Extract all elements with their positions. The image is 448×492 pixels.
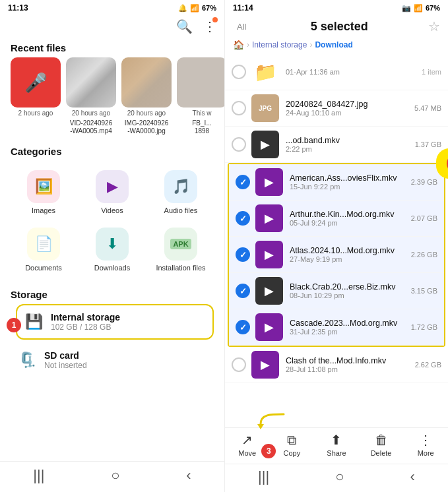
breadcrumb-sep-1: › [247,40,249,49]
recent-files-title: Recent files [0,37,224,57]
more-label: More [418,449,434,457]
notification-dot [212,17,218,22]
file-row-partial[interactable]: ▶ ...od.band.mkv 2:22 pm 1.37 GB [225,127,448,163]
check-clash[interactable] [232,357,246,372]
partial-thumb: ▶ [251,131,279,158]
downloads-label: Downloads [94,264,130,272]
right-nav-recents[interactable]: ||| [258,468,269,485]
share-button[interactable]: ⬆ Share [321,432,352,457]
breadcrumb-internal-storage[interactable]: Internal storage [252,40,307,49]
all-tab[interactable]: All [233,20,250,33]
atlas-filename: Atlas.2024.10...Mod.org.mkv [290,246,407,255]
check-folder[interactable] [232,65,246,79]
recent-file-image[interactable]: 20 hours ago IMG-20240926-WA0000.jpg [121,57,172,135]
delete-button[interactable]: 🗑 Delete [366,433,397,457]
videos-icon-box: ▶ [96,170,129,203]
audio-icon-box: 🎵 [164,170,197,203]
left-panel: 11:13 🔔 📶 67% 🔍 ⋮ Recent files 🎤 2 hours… [0,0,224,492]
recent-file-fb[interactable]: This w FB_I...1898 [177,57,224,135]
battery-icon: 67% [202,4,216,12]
category-installation[interactable]: APK Installation files [148,221,214,276]
bottom-actions-bar: ↗ Move ⧉ Copy 3 ⬆ Share 🗑 Delete [225,427,448,464]
cascade-size: 1.72 GB [411,323,437,331]
atlas-size: 2.26 GB [411,251,437,259]
file-row-atlas[interactable]: ▶ Atlas.2024.10...Mod.org.mkv 27-May 9:1… [229,237,444,273]
arthur-info: Arthur.the.Kin...Mod.org.mkv 05-Jul 9:24… [290,210,407,227]
recent-file-video[interactable]: 20 hours ago VID-20240926-WA0005.mp4 [66,57,116,135]
more-options-icon[interactable]: ⋮ [203,18,216,34]
mic-icon: 🎤 [24,72,48,94]
partial-play-overlay: ▶ [251,131,279,158]
breadcrumb-download[interactable]: Download [315,40,352,49]
videos-icon: ▶ [107,178,118,195]
docs-label: Documents [25,264,62,272]
category-documents[interactable]: 📄 Documents [11,221,77,276]
thumb-placeholder-2 [121,57,172,108]
american-thumb: ▶ [255,168,283,196]
check-blackcrab[interactable] [236,284,250,298]
search-icon[interactable]: 🔍 [176,18,193,34]
storage-section: Storage 1 💾 Internal storage 102 GB / 12… [0,281,224,378]
delete-label: Delete [371,449,392,457]
atlas-thumb: ▶ [255,241,283,268]
image-thumb [121,57,172,108]
check-arthur[interactable] [236,211,250,226]
blackcrab-info: Black.Crab.20...erse.Biz.mkv 08-Jun 10:2… [290,282,407,299]
internal-storage-item[interactable]: 💾 Internal storage 102 GB / 128 GB [16,304,214,340]
jpg-info: 20240824_084427.jpg 24-Aug 10:10 am [286,100,410,117]
more-button[interactable]: ⋮ More [410,432,441,457]
right-nav-back[interactable]: ‹ [410,468,415,485]
category-audio[interactable]: 🎵 Audio files [148,164,214,218]
jpg-date: 24-Aug 10:10 am [286,109,410,117]
category-downloads[interactable]: ⬇ Downloads [79,221,145,276]
recent-file-name-1: VID-20240926-WA0005.mp4 [70,119,113,135]
nav-home-icon[interactable]: ○ [111,467,119,484]
check-atlas[interactable] [236,247,250,262]
file-row-blackcrab[interactable]: ▶ Black.Crab.20...erse.Biz.mkv 08-Jun 10… [229,273,444,309]
star-icon[interactable]: ☆ [428,18,440,34]
move-button[interactable]: ↗ Move [232,432,263,457]
check-partial[interactable] [232,137,246,152]
nav-back-icon[interactable]: ‹ [186,467,191,484]
docs-icon: 📄 [35,235,53,253]
file-row-cascade[interactable]: ▶ Cascade.2023...Mod.org.mkv 31-Jul 2:35… [229,309,444,346]
check-american[interactable] [236,175,250,189]
file-row-american[interactable]: ▶ American.Ass...oviesFlix.mkv 15-Jun 9:… [229,164,444,200]
docs-icon-box: 📄 [27,228,60,261]
right-status-bar: 11:14 📷 📶 67% [225,0,448,16]
category-videos[interactable]: ▶ Videos [79,164,145,218]
clash-filename: Clash of the...Mod.Info.mkv [286,356,411,365]
copy-button[interactable]: ⧉ Copy 3 [276,433,307,457]
left-bottom-nav: ||| ○ ‹ [0,461,224,492]
sd-card-item[interactable]: 🗜️ SD card Not inserted [11,345,214,375]
left-top-bar: 🔍 ⋮ [0,16,224,37]
file-row-folder[interactable]: 📁 01-Apr 11:36 am 1 item [225,54,448,90]
file-row-clash[interactable]: ▶ Clash of the...Mod.Info.mkv 28-Jul 11:… [225,347,448,383]
home-icon[interactable]: 🏠 [233,40,244,50]
right-signal-icon: 📶 [414,4,423,13]
partial-info: ...od.band.mkv 2:22 pm [286,136,411,153]
categories-grid: 🖼️ Images ▶ Videos 🎵 Audio files 📄 Docum… [0,161,224,281]
breadcrumb-sep-2: › [309,40,312,49]
category-images[interactable]: 🖼️ Images [11,164,77,218]
partial-size: 1.37 GB [415,140,441,148]
american-info: American.Ass...oviesFlix.mkv 15-Jun 9:22… [290,173,407,191]
sd-card-name: SD card [44,350,206,361]
annotation-badge-3: 3 [261,444,276,458]
right-status-icons: 📷 📶 67% [402,4,440,13]
american-play-icon: ▶ [265,175,274,189]
arthur-filename: Arthur.the.Kin...Mod.org.mkv [290,210,407,219]
nav-recents-icon[interactable]: ||| [33,467,44,484]
file-row-arthur[interactable]: ▶ Arthur.the.Kin...Mod.org.mkv 05-Jul 9:… [229,200,444,237]
file-row-jpg[interactable]: JPG 20240824_084427.jpg 24-Aug 10:10 am … [225,90,448,127]
recent-file-audio[interactable]: 🎤 2 hours ago [11,57,61,135]
sd-card-status: Not inserted [44,361,206,370]
american-size: 2.39 GB [411,178,437,186]
check-jpg[interactable] [232,101,246,115]
check-cascade[interactable] [236,320,250,334]
american-filename: American.Ass...oviesFlix.mkv [290,173,407,183]
storage-device-icon: 💾 [25,313,43,330]
sd-card-icon: 🗜️ [18,352,36,369]
right-nav-home[interactable]: ○ [335,468,344,485]
badge-1: 1 [7,318,21,332]
